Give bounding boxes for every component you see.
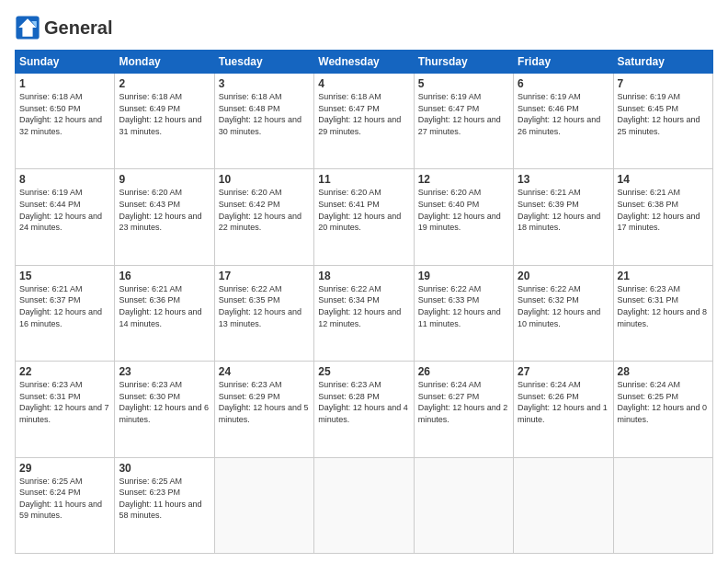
day-number: 4 xyxy=(318,77,409,90)
day-info: Sunrise: 6:23 AMSunset: 6:29 PMDaylight:… xyxy=(219,380,309,424)
weekday-header: Thursday xyxy=(414,51,513,74)
day-number: 23 xyxy=(119,365,210,378)
day-info: Sunrise: 6:22 AMSunset: 6:34 PMDaylight:… xyxy=(318,284,401,328)
day-info: Sunrise: 6:24 AMSunset: 6:25 PMDaylight:… xyxy=(618,380,708,424)
calendar-cell: 14Sunrise: 6:21 AMSunset: 6:38 PMDayligh… xyxy=(613,169,712,265)
calendar-cell: 7Sunrise: 6:19 AMSunset: 6:45 PMDaylight… xyxy=(613,74,712,169)
calendar-cell xyxy=(613,457,712,553)
calendar-cell xyxy=(214,457,313,553)
day-number: 2 xyxy=(119,77,210,90)
logo-text: General xyxy=(44,17,112,38)
calendar-table: SundayMondayTuesdayWednesdayThursdayFrid… xyxy=(15,50,713,554)
calendar-cell: 10Sunrise: 6:20 AMSunset: 6:42 PMDayligh… xyxy=(214,169,313,265)
day-number: 17 xyxy=(219,270,310,282)
day-number: 26 xyxy=(418,365,509,378)
day-info: Sunrise: 6:24 AMSunset: 6:26 PMDaylight:… xyxy=(518,380,608,424)
calendar-cell: 28Sunrise: 6:24 AMSunset: 6:25 PMDayligh… xyxy=(613,362,712,457)
day-number: 19 xyxy=(418,270,509,282)
day-number: 16 xyxy=(119,270,210,282)
day-info: Sunrise: 6:23 AMSunset: 6:28 PMDaylight:… xyxy=(318,380,408,424)
calendar-cell: 9Sunrise: 6:20 AMSunset: 6:43 PMDaylight… xyxy=(115,169,214,265)
calendar-cell: 25Sunrise: 6:23 AMSunset: 6:28 PMDayligh… xyxy=(314,362,414,457)
day-number: 10 xyxy=(219,173,310,186)
calendar-cell: 30Sunrise: 6:25 AMSunset: 6:23 PMDayligh… xyxy=(115,457,214,553)
calendar-cell: 20Sunrise: 6:22 AMSunset: 6:32 PMDayligh… xyxy=(514,265,613,361)
day-number: 5 xyxy=(418,77,509,90)
day-info: Sunrise: 6:20 AMSunset: 6:40 PMDaylight:… xyxy=(418,188,501,232)
day-number: 21 xyxy=(618,270,709,282)
calendar-cell: 8Sunrise: 6:19 AMSunset: 6:44 PMDaylight… xyxy=(16,169,115,265)
day-number: 25 xyxy=(318,365,409,378)
day-info: Sunrise: 6:20 AMSunset: 6:43 PMDaylight:… xyxy=(119,188,201,232)
logo: General xyxy=(15,15,112,40)
day-number: 15 xyxy=(19,270,110,282)
day-number: 14 xyxy=(618,173,709,186)
day-info: Sunrise: 6:19 AMSunset: 6:44 PMDaylight:… xyxy=(19,188,102,232)
weekday-header: Monday xyxy=(115,51,214,74)
day-number: 24 xyxy=(219,365,310,378)
calendar-cell: 12Sunrise: 6:20 AMSunset: 6:40 PMDayligh… xyxy=(414,169,513,265)
weekday-header: Saturday xyxy=(613,51,712,74)
calendar-cell: 5Sunrise: 6:19 AMSunset: 6:47 PMDaylight… xyxy=(414,74,513,169)
day-info: Sunrise: 6:22 AMSunset: 6:35 PMDaylight:… xyxy=(219,284,301,328)
day-info: Sunrise: 6:23 AMSunset: 6:30 PMDaylight:… xyxy=(119,380,209,424)
calendar-cell: 19Sunrise: 6:22 AMSunset: 6:33 PMDayligh… xyxy=(414,265,513,361)
calendar-cell: 17Sunrise: 6:22 AMSunset: 6:35 PMDayligh… xyxy=(214,265,313,361)
day-info: Sunrise: 6:25 AMSunset: 6:23 PMDaylight:… xyxy=(119,477,201,521)
day-info: Sunrise: 6:18 AMSunset: 6:48 PMDaylight:… xyxy=(219,92,301,136)
day-number: 9 xyxy=(119,173,210,186)
day-number: 30 xyxy=(119,462,210,475)
calendar-cell: 27Sunrise: 6:24 AMSunset: 6:26 PMDayligh… xyxy=(514,362,613,457)
day-info: Sunrise: 6:20 AMSunset: 6:42 PMDaylight:… xyxy=(219,188,301,232)
day-info: Sunrise: 6:22 AMSunset: 6:32 PMDaylight:… xyxy=(518,284,600,328)
day-number: 13 xyxy=(518,173,609,186)
logo-icon xyxy=(15,15,40,40)
calendar-cell: 2Sunrise: 6:18 AMSunset: 6:49 PMDaylight… xyxy=(115,74,214,169)
day-number: 12 xyxy=(418,173,509,186)
calendar-cell xyxy=(514,457,613,553)
day-info: Sunrise: 6:18 AMSunset: 6:49 PMDaylight:… xyxy=(119,92,201,136)
day-info: Sunrise: 6:25 AMSunset: 6:24 PMDaylight:… xyxy=(19,477,102,521)
day-info: Sunrise: 6:19 AMSunset: 6:46 PMDaylight:… xyxy=(518,92,600,136)
calendar-cell: 4Sunrise: 6:18 AMSunset: 6:47 PMDaylight… xyxy=(314,74,414,169)
day-number: 18 xyxy=(318,270,409,282)
day-info: Sunrise: 6:21 AMSunset: 6:37 PMDaylight:… xyxy=(19,284,102,328)
calendar-cell: 13Sunrise: 6:21 AMSunset: 6:39 PMDayligh… xyxy=(514,169,613,265)
day-number: 20 xyxy=(518,270,609,282)
day-info: Sunrise: 6:18 AMSunset: 6:50 PMDaylight:… xyxy=(19,92,102,136)
calendar-cell: 6Sunrise: 6:19 AMSunset: 6:46 PMDaylight… xyxy=(514,74,613,169)
day-info: Sunrise: 6:20 AMSunset: 6:41 PMDaylight:… xyxy=(318,188,401,232)
calendar-cell: 24Sunrise: 6:23 AMSunset: 6:29 PMDayligh… xyxy=(214,362,313,457)
day-number: 1 xyxy=(19,77,110,90)
day-info: Sunrise: 6:22 AMSunset: 6:33 PMDaylight:… xyxy=(418,284,501,328)
calendar-cell: 23Sunrise: 6:23 AMSunset: 6:30 PMDayligh… xyxy=(115,362,214,457)
day-info: Sunrise: 6:21 AMSunset: 6:36 PMDaylight:… xyxy=(119,284,201,328)
day-number: 28 xyxy=(618,365,709,378)
weekday-header: Wednesday xyxy=(314,51,414,74)
calendar-cell: 22Sunrise: 6:23 AMSunset: 6:31 PMDayligh… xyxy=(16,362,115,457)
calendar-cell: 26Sunrise: 6:24 AMSunset: 6:27 PMDayligh… xyxy=(414,362,513,457)
day-info: Sunrise: 6:19 AMSunset: 6:45 PMDaylight:… xyxy=(618,92,700,136)
day-info: Sunrise: 6:18 AMSunset: 6:47 PMDaylight:… xyxy=(318,92,401,136)
day-number: 7 xyxy=(618,77,709,90)
calendar-cell: 16Sunrise: 6:21 AMSunset: 6:36 PMDayligh… xyxy=(115,265,214,361)
calendar-cell: 11Sunrise: 6:20 AMSunset: 6:41 PMDayligh… xyxy=(314,169,414,265)
day-info: Sunrise: 6:24 AMSunset: 6:27 PMDaylight:… xyxy=(418,380,508,424)
calendar-cell: 15Sunrise: 6:21 AMSunset: 6:37 PMDayligh… xyxy=(16,265,115,361)
calendar-cell xyxy=(414,457,513,553)
day-info: Sunrise: 6:21 AMSunset: 6:38 PMDaylight:… xyxy=(618,188,700,232)
calendar-cell: 1Sunrise: 6:18 AMSunset: 6:50 PMDaylight… xyxy=(16,74,115,169)
day-number: 11 xyxy=(318,173,409,186)
day-number: 6 xyxy=(518,77,609,90)
day-number: 27 xyxy=(518,365,609,378)
day-number: 8 xyxy=(19,173,110,186)
day-number: 29 xyxy=(19,462,110,475)
day-number: 3 xyxy=(219,77,310,90)
weekday-header: Friday xyxy=(514,51,613,74)
weekday-header: Tuesday xyxy=(214,51,313,74)
day-info: Sunrise: 6:19 AMSunset: 6:47 PMDaylight:… xyxy=(418,92,501,136)
calendar-cell xyxy=(314,457,414,553)
weekday-header: Sunday xyxy=(16,51,115,74)
calendar-cell: 29Sunrise: 6:25 AMSunset: 6:24 PMDayligh… xyxy=(16,457,115,553)
calendar-cell: 3Sunrise: 6:18 AMSunset: 6:48 PMDaylight… xyxy=(214,74,313,169)
